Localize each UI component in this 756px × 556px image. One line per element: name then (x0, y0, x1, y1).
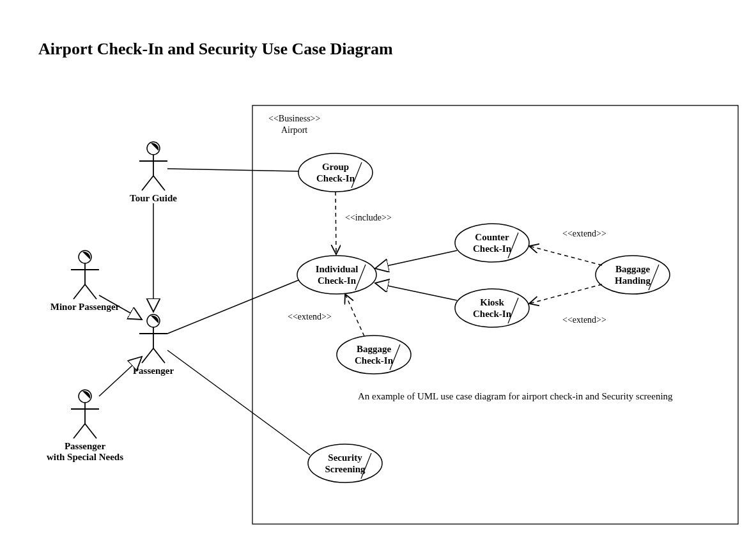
svg-text:Baggage: Baggage (615, 264, 651, 274)
svg-text:Check-In: Check-In (473, 243, 512, 254)
assoc-passenger-individual (167, 280, 299, 334)
actor-passenger-special-label1: Passenger (65, 441, 105, 451)
actor-tour-guide-label: Tour Guide (130, 193, 177, 203)
extend-left-label: <<extend>> (288, 312, 332, 321)
svg-text:Individual: Individual (316, 264, 359, 274)
assoc-tourguide-groupcheckin (167, 169, 298, 171)
usecase-security-screening: Security Screening (308, 444, 382, 483)
svg-text:Security: Security (328, 452, 362, 463)
assoc-passenger-security (167, 350, 310, 455)
diagram-canvas: Airport Check-In and Security Use Case D… (0, 0, 756, 556)
svg-line-8 (73, 284, 85, 299)
usecase-counter-checkin: Counter Check-In (455, 224, 529, 262)
svg-text:Baggage: Baggage (357, 344, 392, 354)
svg-point-32 (455, 289, 529, 327)
system-name: Airport (281, 125, 307, 135)
extend-bottom-label: <<extend>> (562, 315, 606, 325)
diagram-caption: An example of UML use case diagram for a… (358, 391, 673, 401)
extend-top-label: <<extend>> (562, 229, 606, 238)
svg-point-24 (297, 256, 376, 294)
svg-text:Counter: Counter (475, 232, 509, 242)
svg-point-36 (596, 256, 670, 294)
actor-tour-guide: Tour Guide (130, 142, 177, 203)
svg-point-40 (337, 336, 411, 374)
include-label: <<include>> (345, 213, 392, 222)
actor-minor-passenger: Minor Passenger (50, 251, 120, 312)
svg-text:Kiosk: Kiosk (480, 297, 504, 307)
svg-text:Check-In: Check-In (473, 309, 512, 319)
usecase-baggage-handing: Baggage Handing (596, 256, 670, 294)
gen-counter-individual (375, 251, 457, 268)
include-group-individual (336, 192, 336, 254)
usecase-individual-checkin: Individual Check-In (297, 256, 376, 294)
svg-point-44 (308, 444, 382, 483)
extend-baggagehanding-counter (529, 246, 602, 265)
svg-point-20 (298, 153, 373, 192)
actor-passenger: Passenger (133, 314, 174, 376)
svg-line-14 (153, 348, 165, 363)
actor-passenger-label: Passenger (133, 366, 174, 376)
actor-minor-passenger-label: Minor Passenger (50, 302, 120, 312)
svg-text:Group: Group (322, 162, 349, 172)
actor-passenger-special-needs: Passenger with Special Needs (47, 390, 123, 462)
svg-line-4 (153, 176, 165, 190)
gen-special-passenger (99, 357, 142, 396)
svg-text:Check-In: Check-In (318, 275, 357, 286)
svg-text:Screening: Screening (325, 464, 366, 474)
svg-text:Handing: Handing (615, 275, 651, 286)
svg-line-9 (85, 284, 96, 299)
diagram-title: Airport Check-In and Security Use Case D… (38, 40, 393, 58)
svg-line-13 (142, 348, 153, 363)
extend-baggagehanding-kiosk (529, 284, 602, 304)
svg-line-18 (73, 424, 85, 438)
usecase-baggage-checkin: Baggage Check-In (337, 336, 411, 374)
system-stereotype: <<Business>> (268, 114, 320, 123)
gen-kiosk-individual (375, 283, 457, 300)
svg-line-19 (85, 424, 96, 438)
usecase-kiosk-checkin: Kiosk Check-In (455, 289, 529, 327)
svg-text:Check-In: Check-In (316, 173, 355, 183)
actor-passenger-special-label2: with Special Needs (47, 452, 123, 462)
extend-baggagecheckin-individual (345, 294, 364, 336)
svg-line-3 (142, 176, 153, 190)
svg-point-28 (455, 224, 529, 262)
usecase-group-checkin: Group Check-In (298, 153, 373, 192)
svg-text:Check-In: Check-In (355, 355, 394, 366)
